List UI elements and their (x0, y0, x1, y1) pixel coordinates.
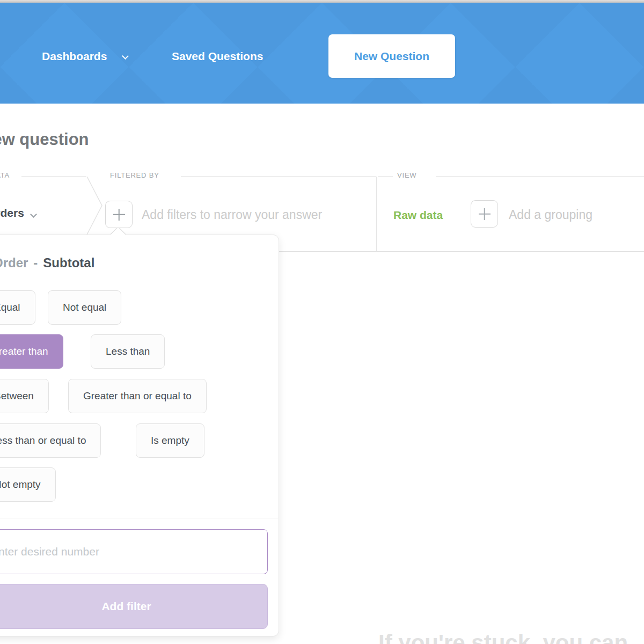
chevron-down-icon (30, 211, 37, 218)
page-title: New question (0, 130, 89, 149)
divider-line (436, 176, 644, 177)
filter-placeholder-text[interactable]: Add filters to narrow your answer (142, 208, 322, 222)
grouping-placeholder-text[interactable]: Add a grouping (509, 208, 592, 222)
add-filter-button[interactable]: Add filter (0, 584, 268, 629)
operator-greater-than-or-equal[interactable]: Greater than or equal to (68, 379, 207, 413)
operator-not-equal[interactable]: Not equal (48, 290, 121, 325)
popover-table-name: Order (0, 255, 28, 270)
new-question-button-label: New Question (354, 50, 429, 63)
operator-is-empty[interactable]: Is empty (136, 423, 204, 458)
operator-less-than[interactable]: Less than (91, 334, 165, 369)
nav-dashboards[interactable]: Dashboards (42, 50, 107, 63)
plus-icon (484, 208, 485, 220)
filter-popover: Order-Subtotal Equal Not equal Greater t… (0, 235, 279, 636)
popover-separator: - (33, 255, 38, 270)
section-chevron-divider (86, 177, 103, 236)
new-question-button[interactable]: New Question (328, 34, 455, 78)
operator-not-empty[interactable]: Not empty (0, 467, 56, 502)
filter-value-input[interactable] (0, 529, 268, 574)
screen: Dashboards Saved Questions New Question … (0, 0, 644, 644)
operator-less-than-or-equal[interactable]: Less than or equal to (0, 423, 101, 458)
view-raw-data[interactable]: Raw data (393, 209, 443, 222)
filtered-by-section-label: FILTERED BY (110, 171, 159, 179)
popover-header: Order-Subtotal (0, 255, 94, 270)
operator-between[interactable]: Between (0, 379, 49, 413)
add-filter-button-label: Add filter (101, 600, 151, 613)
nav-dashboards-label: Dashboards (42, 50, 107, 62)
plus-icon (118, 209, 120, 221)
divider-line (378, 176, 393, 177)
operator-greater-than[interactable]: Greater than (0, 334, 63, 369)
divider-line (181, 176, 376, 177)
data-table-picker-label: Orders (0, 207, 24, 219)
divider-line (21, 176, 86, 177)
empty-state-hint: If you're stuck, you can (378, 630, 628, 644)
nav-saved-questions-label: Saved Questions (172, 50, 263, 62)
data-table-picker[interactable]: Orders (0, 207, 24, 219)
popover-divider (0, 518, 279, 518)
nav-saved-questions[interactable]: Saved Questions (172, 50, 263, 63)
add-grouping-plus-button[interactable] (471, 200, 498, 228)
operator-equal[interactable]: Equal (0, 290, 35, 325)
divider-line (376, 177, 377, 251)
view-section-label: VIEW (397, 171, 416, 179)
popover-field-name: Subtotal (43, 255, 94, 270)
data-section-label: DATA (0, 171, 10, 179)
chevron-down-icon (122, 53, 129, 60)
add-filter-plus-button[interactable] (105, 201, 133, 228)
app-header: Dashboards Saved Questions New Question (0, 3, 644, 104)
